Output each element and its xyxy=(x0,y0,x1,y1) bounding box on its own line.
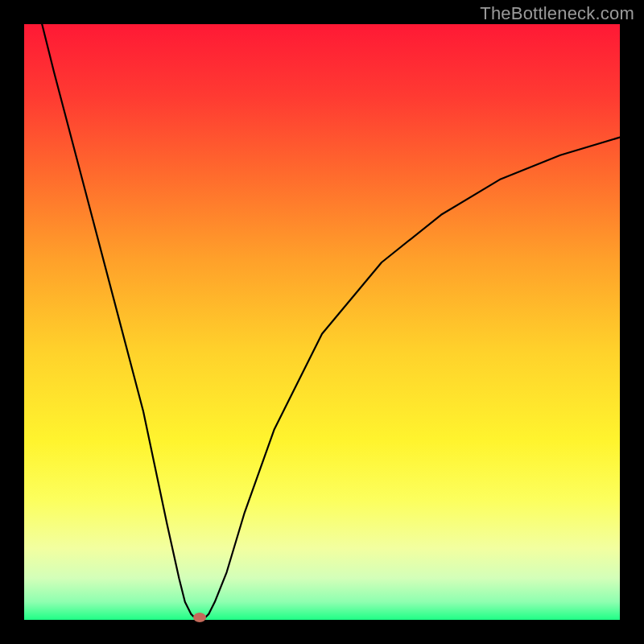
plot-area xyxy=(24,24,620,620)
chart-frame: TheBottleneck.com xyxy=(0,0,644,644)
bottleneck-curve-path xyxy=(42,24,620,620)
optimal-point-marker xyxy=(193,613,206,622)
curve-svg xyxy=(24,24,620,620)
watermark-label: TheBottleneck.com xyxy=(480,3,634,24)
